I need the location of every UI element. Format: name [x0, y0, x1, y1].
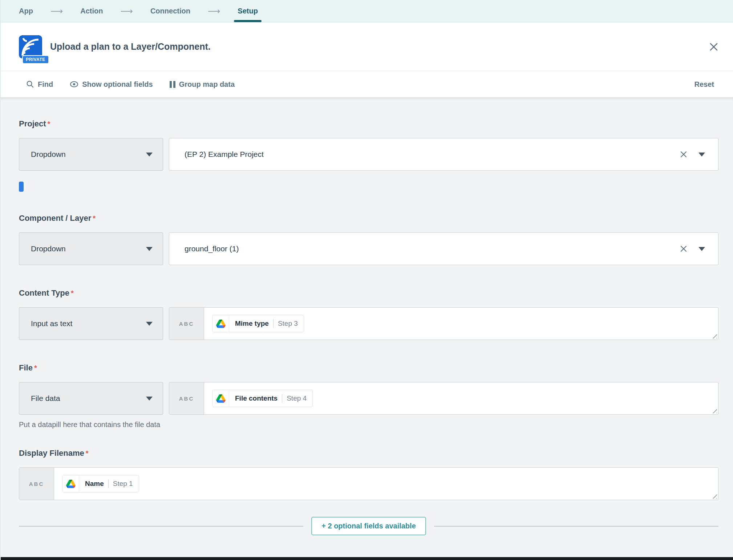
- component-layer-value: ground_floor (1): [185, 244, 680, 253]
- stepper-arrow-icon: ⟶: [121, 6, 133, 16]
- display-filename-label: Display Filename: [19, 449, 84, 458]
- field-label: File*: [19, 363, 718, 373]
- project-value-field[interactable]: (EP 2) Example Project: [169, 138, 718, 171]
- stepper-arrow-icon: ⟶: [208, 6, 220, 16]
- component-layer-mode-label: Dropdown: [31, 244, 66, 253]
- field-component-layer: Component / Layer* Dropdown ground_floor…: [19, 214, 718, 265]
- stepper-item-setup[interactable]: Setup: [238, 0, 258, 22]
- datapill-name: Name: [85, 480, 104, 488]
- text-type-indicator: ABC: [169, 308, 204, 340]
- window-bottom-edge: [1, 557, 733, 560]
- setup-form: Project* Dropdown (EP 2) Example Project…: [1, 97, 733, 557]
- field-label: Display Filename*: [19, 449, 718, 458]
- app-logo-icon: PRIVATE: [19, 35, 42, 58]
- required-asterisk: *: [93, 214, 96, 222]
- required-asterisk: *: [86, 449, 89, 457]
- file-input-group: ABC: [169, 382, 718, 415]
- find-button[interactable]: Find: [26, 80, 53, 89]
- file-mode-label: File data: [31, 394, 60, 403]
- optional-fields-row: + 2 optional fields available: [19, 517, 718, 535]
- app-logo-icon: [19, 35, 42, 58]
- text-type-indicator: ABC: [19, 468, 54, 500]
- component-layer-value-field[interactable]: ground_floor (1): [169, 232, 718, 265]
- stepper-item-connection[interactable]: Connection: [150, 0, 190, 22]
- chevron-down-icon[interactable]: [698, 247, 705, 251]
- chevron-down-icon: [146, 322, 153, 326]
- search-icon: [26, 80, 34, 88]
- field-content-type: Content Type* Input as text ABC: [19, 288, 718, 340]
- setup-stepper: App ⟶ Action ⟶ Connection ⟶ Setup: [1, 0, 733, 23]
- divider-line: [434, 526, 718, 527]
- find-label: Find: [38, 80, 53, 89]
- datapill-step: Step 1: [113, 480, 133, 488]
- column-bars-icon: [170, 81, 175, 88]
- project-mode-label: Dropdown: [31, 150, 66, 159]
- file-mode-select[interactable]: File data: [19, 382, 163, 415]
- datapill-mime-type[interactable]: Mime type Step 3: [212, 315, 304, 332]
- datapill-name: Mime type: [235, 320, 269, 328]
- pill-divider: [108, 479, 109, 488]
- file-input[interactable]: File contents Step 4: [204, 382, 718, 414]
- stepper-arrow-icon: ⟶: [50, 6, 63, 16]
- field-label: Component / Layer*: [19, 214, 718, 223]
- display-filename-input[interactable]: Name Step 1: [54, 468, 718, 500]
- component-layer-mode-select[interactable]: Dropdown: [19, 232, 163, 265]
- field-label: Content Type*: [19, 288, 718, 298]
- component-layer-label: Component / Layer: [19, 214, 91, 223]
- show-optional-fields-button[interactable]: Show optional fields: [70, 80, 153, 89]
- datapill-file-contents[interactable]: File contents Step 4: [212, 390, 313, 407]
- clear-value-icon[interactable]: [680, 150, 688, 158]
- field-project: Project* Dropdown (EP 2) Example Project: [19, 119, 718, 192]
- field-toolbar: Find Show optional fields Group map data…: [1, 71, 733, 97]
- stepper-item-label: App: [19, 7, 33, 15]
- content-type-input[interactable]: Mime type Step 3: [204, 308, 718, 340]
- field-display-filename: Display Filename* ABC: [19, 449, 718, 500]
- google-drive-icon: [62, 475, 79, 492]
- project-value: (EP 2) Example Project: [185, 150, 680, 159]
- project-mode-select[interactable]: Dropdown: [19, 138, 163, 171]
- project-label: Project: [19, 119, 46, 128]
- text-type-indicator: ABC: [169, 382, 204, 414]
- chevron-down-icon: [146, 247, 153, 251]
- page-title: Upload a plan to a Layer/Component.: [50, 41, 708, 52]
- field-label: Project*: [19, 119, 718, 129]
- field-file: File* File data ABC: [19, 363, 718, 429]
- content-type-input-group: ABC: [169, 307, 718, 340]
- required-asterisk: *: [48, 120, 50, 128]
- close-icon[interactable]: [708, 41, 720, 53]
- stepper-item-label: Connection: [150, 7, 190, 15]
- private-badge: PRIVATE: [22, 55, 49, 64]
- eye-icon: [70, 81, 78, 88]
- required-asterisk: *: [71, 289, 74, 297]
- show-optional-fields-label: Show optional fields: [82, 80, 153, 89]
- chevron-down-icon: [146, 397, 153, 401]
- chevron-down-icon[interactable]: [698, 153, 705, 157]
- action-header: PRIVATE Upload a plan to a Layer/Compone…: [1, 23, 733, 71]
- stepper-item-label: Setup: [238, 7, 258, 15]
- file-label: File: [19, 363, 33, 372]
- datapill-step: Step 3: [278, 320, 298, 328]
- stepper-item-label: Action: [80, 7, 103, 15]
- stepper-item-app[interactable]: App: [19, 0, 33, 22]
- datapill-step: Step 4: [287, 394, 307, 402]
- content-type-mode-label: Input as text: [31, 319, 72, 328]
- datapill-name-step1[interactable]: Name Step 1: [62, 475, 139, 492]
- content-type-label: Content Type: [19, 288, 69, 297]
- reset-button[interactable]: Reset: [694, 80, 714, 89]
- pill-divider: [282, 394, 282, 403]
- divider-line: [19, 526, 303, 527]
- google-drive-icon: [212, 390, 229, 407]
- group-map-data-label: Group map data: [179, 80, 235, 89]
- datapill-name: File contents: [235, 394, 278, 402]
- google-drive-icon: [212, 315, 229, 332]
- file-help-text: Put a datapill here that contains the fi…: [19, 421, 718, 429]
- active-step-underline: [234, 20, 262, 22]
- loading-indicator: [19, 182, 24, 192]
- stepper-item-action[interactable]: Action: [80, 0, 103, 22]
- group-map-data-button[interactable]: Group map data: [170, 80, 235, 89]
- pill-divider: [273, 319, 274, 328]
- chevron-down-icon: [146, 153, 153, 157]
- optional-fields-button[interactable]: + 2 optional fields available: [311, 517, 426, 535]
- content-type-mode-select[interactable]: Input as text: [19, 307, 163, 340]
- clear-value-icon[interactable]: [680, 245, 688, 253]
